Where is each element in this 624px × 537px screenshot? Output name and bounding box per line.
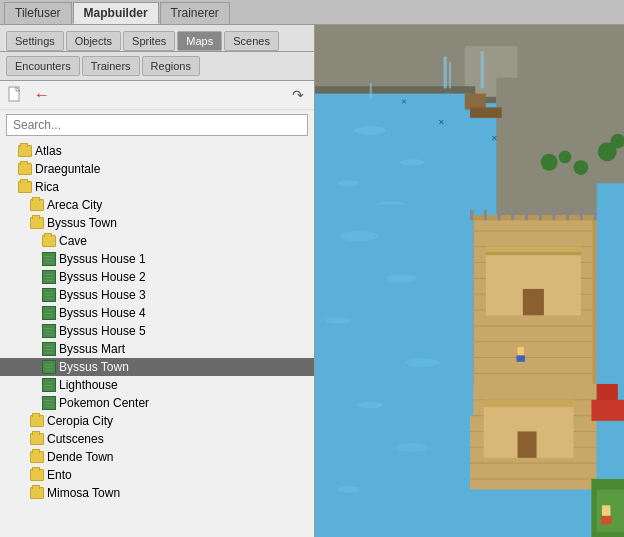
svg-rect-20 — [470, 215, 597, 220]
svg-rect-14 — [470, 107, 502, 118]
svg-rect-66 — [497, 210, 500, 221]
toolbar-row2: Encounters Trainers Regions — [0, 52, 314, 81]
svg-rect-72 — [580, 210, 583, 221]
svg-point-53 — [406, 359, 440, 367]
list-item[interactable]: Byssus Mart — [0, 340, 314, 358]
toolbar-row1: Settings Objects Sprites Maps Scenes — [0, 25, 314, 52]
tab-tilefuser[interactable]: Tilefuser — [4, 2, 72, 24]
top-tab-bar: Tilefuser Mapbuilder Trainerer — [0, 0, 624, 25]
tab-maps[interactable]: Maps — [177, 31, 222, 51]
svg-point-17 — [338, 180, 359, 186]
map-icon — [42, 288, 56, 302]
svg-point-51 — [387, 274, 417, 282]
folder-icon — [30, 199, 44, 211]
svg-rect-7 — [518, 25, 624, 51]
svg-rect-67 — [511, 210, 514, 221]
list-item[interactable]: Dende Town — [0, 448, 314, 466]
svg-rect-45 — [516, 355, 524, 361]
folder-icon — [30, 451, 44, 463]
svg-rect-8 — [315, 86, 475, 94]
list-item[interactable]: Byssus House 3 — [0, 286, 314, 304]
list-item[interactable]: Draeguntale — [0, 160, 314, 178]
svg-rect-69 — [539, 210, 542, 221]
tab-trainers[interactable]: Trainers — [82, 56, 140, 76]
tab-mapbuilder[interactable]: Mapbuilder — [73, 2, 159, 24]
list-item[interactable]: Byssus Town — [0, 358, 314, 376]
svg-rect-71 — [566, 210, 569, 221]
svg-rect-75 — [449, 62, 451, 88]
svg-rect-44 — [518, 347, 524, 355]
list-item[interactable]: Byssus House 4 — [0, 304, 314, 322]
svg-rect-10 — [315, 94, 470, 221]
map-icon — [42, 360, 56, 374]
svg-text:✕: ✕ — [491, 133, 498, 143]
tab-settings[interactable]: Settings — [6, 31, 64, 51]
svg-rect-73 — [594, 210, 597, 221]
map-icon — [42, 306, 56, 320]
tab-encounters[interactable]: Encounters — [6, 56, 80, 76]
list-item[interactable]: Cave — [0, 232, 314, 250]
svg-rect-49 — [315, 204, 473, 415]
svg-rect-64 — [470, 210, 473, 221]
svg-rect-47 — [484, 400, 574, 407]
search-box — [6, 114, 308, 136]
tab-objects[interactable]: Objects — [66, 31, 121, 51]
map-icon — [42, 270, 56, 284]
map-icon — [42, 396, 56, 410]
list-item[interactable]: Byssus House 1 — [0, 250, 314, 268]
search-input[interactable] — [6, 114, 308, 136]
folder-icon — [18, 145, 32, 157]
tab-regions[interactable]: Regions — [142, 56, 200, 76]
map-view: ✕ ✕ ✕ — [315, 25, 624, 537]
folder-icon — [30, 469, 44, 481]
svg-point-15 — [354, 126, 386, 134]
svg-rect-74 — [444, 57, 447, 89]
svg-point-54 — [356, 402, 383, 408]
tab-sprites[interactable]: Sprites — [123, 31, 175, 51]
svg-rect-48 — [518, 431, 537, 457]
svg-point-80 — [573, 160, 588, 175]
map-canvas: ✕ ✕ ✕ — [315, 25, 624, 537]
folder-icon — [18, 181, 32, 193]
svg-rect-61 — [601, 516, 612, 524]
list-item[interactable]: Ceropia City — [0, 412, 314, 430]
list-item[interactable]: Mimosa Town — [0, 484, 314, 502]
map-icon — [42, 378, 56, 392]
svg-rect-70 — [552, 210, 555, 221]
map-icon — [42, 324, 56, 338]
svg-rect-22 — [592, 215, 596, 384]
left-panel: Settings Objects Sprites Maps Scenes Enc… — [0, 25, 315, 537]
arrow-icon: ← — [32, 85, 52, 105]
new-file-button[interactable] — [6, 85, 26, 105]
folder-icon — [42, 235, 56, 247]
tab-trainerer[interactable]: Trainerer — [160, 2, 230, 24]
svg-rect-76 — [481, 51, 484, 88]
tab-scenes[interactable]: Scenes — [224, 31, 279, 51]
list-item[interactable]: Areca City — [0, 196, 314, 214]
list-item[interactable]: Byssus House 5 — [0, 322, 314, 340]
list-item[interactable]: Pokemon Center — [0, 394, 314, 412]
svg-point-56 — [337, 486, 360, 492]
svg-rect-60 — [602, 505, 610, 516]
list-item[interactable]: Cutscenes — [0, 430, 314, 448]
list-item[interactable]: Ento — [0, 466, 314, 484]
svg-rect-42 — [486, 252, 581, 255]
app-container: Tilefuser Mapbuilder Trainerer Settings … — [0, 0, 624, 537]
svg-rect-77 — [370, 83, 372, 99]
folder-icon — [30, 487, 44, 499]
redo-button[interactable]: ↷ — [288, 85, 308, 105]
list-item[interactable]: Rica — [0, 178, 314, 196]
svg-point-79 — [559, 151, 572, 164]
svg-rect-13 — [465, 94, 486, 110]
map-icon — [42, 252, 56, 266]
list-item[interactable]: Atlas — [0, 142, 314, 160]
list-item[interactable]: Byssus Town — [0, 214, 314, 232]
new-file-icon — [8, 86, 24, 104]
svg-point-52 — [325, 317, 350, 323]
svg-rect-43 — [523, 289, 544, 315]
svg-text:✕: ✕ — [401, 97, 407, 106]
svg-text:✕: ✕ — [438, 117, 445, 127]
folder-icon — [30, 217, 44, 229]
list-item[interactable]: Lighthouse — [0, 376, 314, 394]
list-item[interactable]: Byssus House 2 — [0, 268, 314, 286]
